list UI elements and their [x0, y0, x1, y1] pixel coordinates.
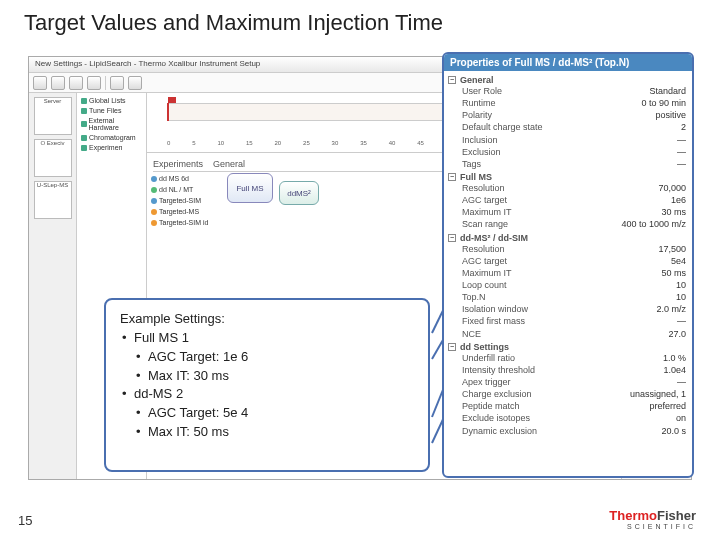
- property-row[interactable]: Peptide matchpreferred: [448, 400, 688, 412]
- property-row[interactable]: User RoleStandard: [448, 85, 688, 97]
- slide-title: Target Values and Maximum Injection Time: [24, 10, 443, 36]
- page-number: 15: [18, 513, 32, 528]
- property-row[interactable]: Loop count10: [448, 279, 688, 291]
- example-line: Full MS 1: [120, 329, 414, 348]
- property-row[interactable]: Default charge state2: [448, 121, 688, 133]
- property-row[interactable]: Polaritypositive: [448, 109, 688, 121]
- example-line: Max IT: 30 ms: [120, 367, 414, 386]
- tree-item[interactable]: Tune Files: [81, 107, 142, 114]
- collapse-icon[interactable]: −: [448, 234, 456, 242]
- property-row[interactable]: Intensity threshold1.0e4: [448, 364, 688, 376]
- window-title: New Settings - LipidSearch - Thermo Xcal…: [35, 59, 260, 70]
- section-header[interactable]: −General: [448, 75, 688, 85]
- toolbar-icon[interactable]: [51, 76, 65, 90]
- device-thumb[interactable]: O Execiv: [34, 139, 72, 177]
- section-header[interactable]: −Full MS: [448, 172, 688, 182]
- experiment-item[interactable]: Targeted-SIM: [151, 197, 213, 204]
- property-row[interactable]: Exclusion—: [448, 146, 688, 158]
- property-row[interactable]: Underfill ratio1.0 %: [448, 352, 688, 364]
- property-row[interactable]: Charge exclusionunassigned, 1: [448, 388, 688, 400]
- property-row[interactable]: Maximum IT50 ms: [448, 267, 688, 279]
- experiment-item[interactable]: Targeted-MS: [151, 208, 213, 215]
- experiment-item[interactable]: Targeted-SIM id: [151, 219, 213, 226]
- toolbar-icon[interactable]: [87, 76, 101, 90]
- property-row[interactable]: Apex trigger—: [448, 376, 688, 388]
- properties-title: Properties of Full MS / dd-MS² (Top.N): [444, 54, 692, 71]
- toolbar-icon[interactable]: [110, 76, 124, 90]
- properties-panel: Properties of Full MS / dd-MS² (Top.N) −…: [442, 52, 694, 478]
- example-header: Example Settings:: [120, 310, 414, 329]
- property-row[interactable]: Scan range400 to 1000 m/z: [448, 218, 688, 230]
- section-header[interactable]: −dd Settings: [448, 342, 688, 352]
- workflow-node-fullms[interactable]: Full MS: [227, 173, 273, 203]
- device-thumb[interactable]: Server: [34, 97, 72, 135]
- device-column: Server O Execiv U-SLep-MS: [29, 93, 77, 479]
- property-row[interactable]: Runtime0 to 90 min: [448, 97, 688, 109]
- thermo-fisher-logo: ThermoFisher SCIENTIFIC: [609, 508, 696, 530]
- property-row[interactable]: Maximum IT30 ms: [448, 206, 688, 218]
- device-thumb[interactable]: U-SLep-MS: [34, 181, 72, 219]
- experiment-item[interactable]: dd NL / MT: [151, 186, 213, 193]
- collapse-icon[interactable]: −: [448, 343, 456, 351]
- property-row[interactable]: AGC target1e6: [448, 194, 688, 206]
- tree-item[interactable]: External Hardware: [81, 117, 142, 131]
- experiment-item[interactable]: dd MS 6d: [151, 175, 213, 182]
- property-row[interactable]: NCE27.0: [448, 328, 688, 340]
- property-row[interactable]: Fixed first mass—: [448, 315, 688, 327]
- collapse-icon[interactable]: −: [448, 76, 456, 84]
- property-row[interactable]: Inclusion—: [448, 134, 688, 146]
- property-row[interactable]: Exclude isotopeson: [448, 412, 688, 424]
- toolbar-icon[interactable]: [128, 76, 142, 90]
- example-settings-callout: Example Settings: Full MS 1 AGC Target: …: [104, 298, 430, 472]
- example-line: Max IT: 50 ms: [120, 423, 414, 442]
- property-row[interactable]: Top.N10: [448, 291, 688, 303]
- tree-item[interactable]: Experimen: [81, 144, 142, 151]
- property-row[interactable]: Isolation window2.0 m/z: [448, 303, 688, 315]
- property-row[interactable]: Resolution70,000: [448, 182, 688, 194]
- tree-item[interactable]: Global Lists: [81, 97, 142, 104]
- example-line: dd-MS 2: [120, 385, 414, 404]
- property-row[interactable]: Dynamic exclusion20.0 s: [448, 425, 688, 437]
- property-row[interactable]: Tags—: [448, 158, 688, 170]
- workflow: Full MS ddMS²: [227, 171, 319, 205]
- collapse-icon[interactable]: −: [448, 173, 456, 181]
- workflow-node-ddms2[interactable]: ddMS²: [279, 181, 319, 205]
- flag-icon[interactable]: [167, 103, 169, 121]
- tree-item[interactable]: Chromatogram: [81, 134, 142, 141]
- section-header[interactable]: −dd-MS² / dd-SIM: [448, 233, 688, 243]
- example-line: AGC Target: 1e 6: [120, 348, 414, 367]
- property-row[interactable]: Resolution17,500: [448, 243, 688, 255]
- property-row[interactable]: AGC target5e4: [448, 255, 688, 267]
- example-line: AGC Target: 5e 4: [120, 404, 414, 423]
- toolbar-icon[interactable]: [69, 76, 83, 90]
- toolbar-icon[interactable]: [33, 76, 47, 90]
